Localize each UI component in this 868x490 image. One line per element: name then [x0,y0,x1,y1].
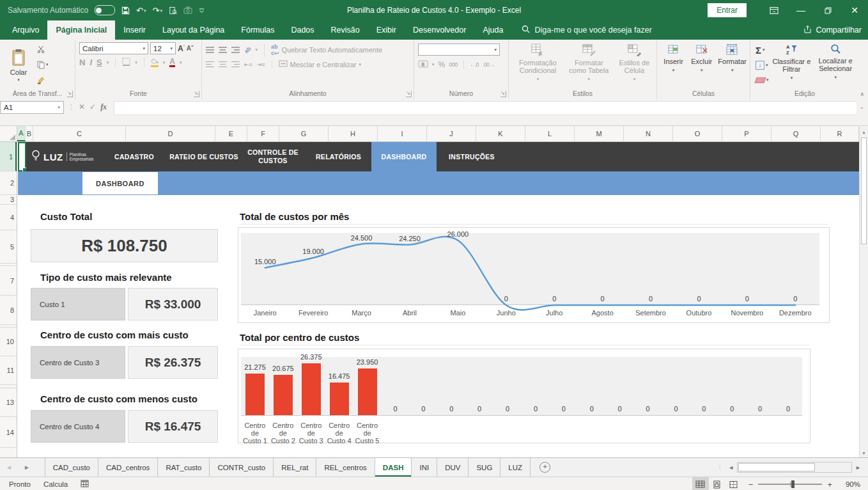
column-header-r[interactable]: R [821,126,859,141]
macro-record-icon[interactable] [74,480,95,489]
vertical-scrollbar[interactable]: ▲ ▼ [859,127,868,457]
sort-filter-button[interactable]: AZ Classificar e Filtrar▾ [771,42,812,89]
sheet-tab-ini[interactable]: INI [412,458,437,477]
sheet-tab-contr-custo[interactable]: CONTR_custo [210,458,274,477]
row-header-8[interactable]: 8 [0,296,17,325]
scroll-left-icon[interactable]: ◄ [725,464,737,471]
select-all-corner[interactable] [0,126,17,141]
banner-nav-rateio-de-custos[interactable]: RATEIO DE CUSTOS [167,142,240,171]
undo-icon[interactable]: ↶▾ [136,6,146,15]
camera-icon[interactable] [183,6,192,14]
row-header-14[interactable]: 14 [0,417,17,448]
horizontal-scroll-thumb[interactable] [738,463,815,471]
minimize-button[interactable]: — [787,0,814,20]
cell-styles-button[interactable]: Estilos de Célula▾ [615,42,654,89]
menu-tab-revisao[interactable]: Revisão [323,20,368,40]
sheet-tab-rat-custo[interactable]: RAT_custo [158,458,210,477]
formula-bar-expand-icon[interactable]: ⌄ [856,101,868,110]
ribbon-display-options-icon[interactable] [761,0,787,20]
sign-in-button[interactable]: Entrar [708,3,747,17]
menu-tab-desenvolvedor[interactable]: Desenvolvedor [405,20,474,40]
column-header-m[interactable]: M [575,126,624,141]
banner-nav-dashboard[interactable]: DASHBOARD [371,142,437,171]
find-select-button[interactable]: Localizar e Selecionar▾ [814,42,856,89]
bold-button[interactable]: N [79,58,85,67]
column-header-p[interactable]: P [722,126,771,141]
save-icon[interactable] [121,6,130,15]
name-box[interactable]: A1▾ [0,101,64,114]
bar-chart[interactable]: 21.27520.67526.37516.47523.9500000000000… [238,349,810,443]
menu-tab-dados[interactable]: Dados [283,20,322,40]
zoom-out-icon[interactable]: − [748,480,754,489]
row-header-7[interactable]: 7 [0,266,17,296]
banner-nav-instrucoes[interactable]: INSTRUÇÕES [437,142,507,171]
sheet-tab-sug[interactable]: SUG [469,458,500,477]
sheet-tab-cad-custo[interactable]: CAD_custo [45,458,98,477]
sheet-tab-rel-centros[interactable]: REL_centros [316,458,375,477]
tab-splitter-handle[interactable]: ⁞ [715,458,725,477]
column-header-n[interactable]: N [624,126,673,141]
menu-tab-exibir[interactable]: Exibir [368,20,405,40]
column-header-q[interactable]: Q [771,126,821,141]
menu-tab-arquivo[interactable]: Arquivo [4,20,47,40]
column-header-f[interactable]: F [247,126,279,141]
tell-me-search[interactable]: Diga-me o que você deseja fazer [522,20,651,40]
percent-format-icon[interactable]: % [438,60,446,69]
restore-button[interactable] [814,0,841,20]
italic-button[interactable]: I [89,58,92,67]
align-left-icon[interactable] [206,61,214,68]
column-header-b[interactable]: B [26,126,33,141]
insert-function-icon[interactable]: fx [100,101,111,112]
menu-tab-pagina-inicial[interactable]: Página Inicial [47,20,115,40]
column-header-d[interactable]: D [126,126,215,141]
row-header-3[interactable]: 3 [0,195,17,205]
align-right-icon[interactable] [231,61,240,68]
row-header-1[interactable]: 1 [0,142,17,171]
share-button[interactable]: Compartilhar [803,20,868,40]
column-header-k[interactable]: K [476,126,525,141]
sheet-area[interactable]: 123457810111314 LUZPlanilhasEmpresariais… [0,142,868,457]
format-cells-button[interactable]: Formatar▾ [717,42,747,89]
autosave-toggle[interactable] [95,5,115,15]
format-painter-button[interactable] [37,75,49,85]
column-header-e[interactable]: E [215,126,247,141]
wrap-text-button[interactable]: abc↩ Quebrar Texto Automaticamente [271,43,382,56]
sheet-nav-left-icon[interactable]: ◄ [0,458,18,477]
sheet-tab-cad-centros[interactable]: CAD_centros [98,458,158,477]
sheet-tab-dash[interactable]: DASH [375,458,412,477]
clipboard-dialog-launcher[interactable]: ↘ [67,91,73,97]
increase-indent-icon[interactable]: ⇥≡ [257,61,265,68]
format-as-table-button[interactable]: Formatar como Tabela▾ [566,42,612,89]
merge-center-button[interactable]: Mesclar e Centralizar▾ [279,60,361,68]
row-header-13[interactable]: 13 [0,388,17,417]
menu-tab-formulas[interactable]: Fórmulas [233,20,283,40]
fill-button[interactable]: ↓▾ [756,60,769,70]
menu-tab-ajuda[interactable]: Ajuda [474,20,511,40]
cut-button[interactable] [37,44,49,54]
column-header-j[interactable]: J [427,126,476,141]
align-top-icon[interactable] [206,47,214,53]
view-page-layout-icon[interactable] [709,477,725,490]
column-header-c[interactable]: C [33,126,126,141]
zoom-in-icon[interactable]: + [827,480,832,489]
confirm-entry-icon[interactable]: ✓ [89,101,100,111]
banner-nav-controle-de-custos[interactable]: CONTROLE DE CUSTOS [240,142,306,171]
sheet-tab-duv[interactable]: DUV [437,458,469,477]
row-header-5[interactable]: 5 [0,230,17,264]
sheet-tab-rel-rat[interactable]: REL_rat [274,458,316,477]
formula-input[interactable] [114,101,856,115]
font-name-select[interactable]: Calibri▾ [79,42,148,54]
cancel-entry-icon[interactable]: ✕ [79,101,89,111]
column-header-o[interactable]: O [673,126,722,141]
column-header-h[interactable]: H [329,126,378,141]
number-format-select[interactable]: ▾ [418,43,500,56]
column-header-a[interactable]: A [17,126,26,141]
print-preview-icon[interactable] [169,6,177,15]
alignment-dialog-launcher[interactable]: ↘ [406,91,412,97]
horizontal-scroll-track[interactable] [737,462,852,473]
orientation-icon[interactable]: ab [243,45,252,54]
borders-icon[interactable] [122,58,130,67]
thousands-format-icon[interactable]: 000 [449,61,458,68]
fill-color-icon[interactable] [151,58,159,67]
qat-customize-icon[interactable] [199,8,205,13]
